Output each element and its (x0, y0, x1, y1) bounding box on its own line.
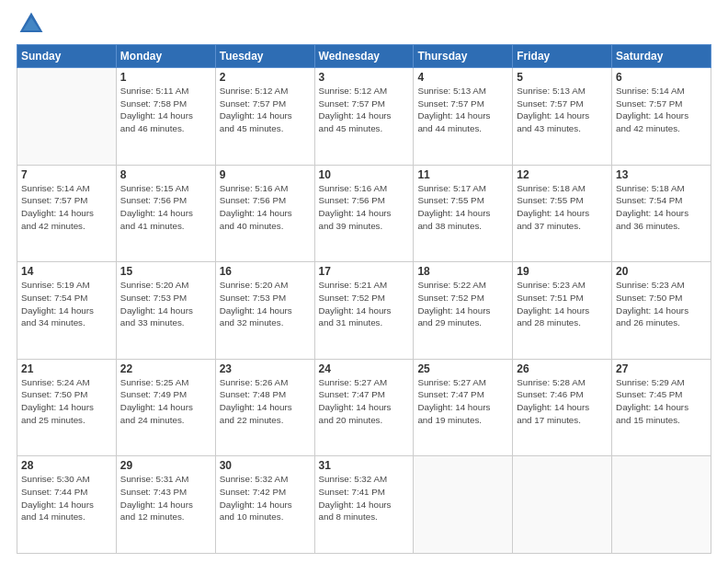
calendar-cell: 2Sunrise: 5:12 AM Sunset: 7:57 PM Daylig… (215, 68, 314, 166)
day-number: 25 (417, 362, 508, 375)
day-info: Sunrise: 5:28 AM Sunset: 7:46 PM Dayligh… (517, 376, 608, 427)
day-number: 28 (21, 459, 112, 472)
weekday-header-tuesday: Tuesday (215, 45, 314, 68)
day-number: 26 (517, 362, 608, 375)
calendar-cell: 18Sunrise: 5:22 AM Sunset: 7:52 PM Dayli… (414, 262, 513, 360)
calendar-cell: 11Sunrise: 5:17 AM Sunset: 7:55 PM Dayli… (414, 165, 513, 262)
calendar-cell: 26Sunrise: 5:28 AM Sunset: 7:46 PM Dayli… (513, 359, 612, 456)
day-info: Sunrise: 5:17 AM Sunset: 7:55 PM Dayligh… (417, 182, 508, 233)
day-info: Sunrise: 5:14 AM Sunset: 7:57 PM Dayligh… (616, 85, 707, 135)
day-number: 14 (21, 265, 112, 278)
calendar-cell: 7Sunrise: 5:14 AM Sunset: 7:57 PM Daylig… (17, 165, 117, 262)
day-number: 17 (319, 265, 410, 278)
day-info: Sunrise: 5:29 AM Sunset: 7:45 PM Dayligh… (616, 376, 707, 427)
day-info: Sunrise: 5:18 AM Sunset: 7:55 PM Dayligh… (517, 182, 608, 233)
header (17, 9, 711, 39)
calendar-cell: 3Sunrise: 5:12 AM Sunset: 7:57 PM Daylig… (314, 68, 414, 166)
day-number: 5 (517, 71, 608, 84)
calendar-cell: 23Sunrise: 5:26 AM Sunset: 7:48 PM Dayli… (215, 359, 314, 456)
day-number: 19 (517, 265, 608, 278)
day-number: 7 (21, 168, 112, 181)
day-info: Sunrise: 5:25 AM Sunset: 7:49 PM Dayligh… (120, 376, 211, 427)
day-number: 15 (120, 265, 211, 278)
day-number: 1 (120, 71, 211, 84)
page: SundayMondayTuesdayWednesdayThursdayFrid… (0, 0, 728, 563)
calendar-cell: 25Sunrise: 5:27 AM Sunset: 7:47 PM Dayli… (414, 359, 513, 456)
calendar-cell: 28Sunrise: 5:30 AM Sunset: 7:44 PM Dayli… (17, 456, 117, 554)
calendar-cell: 29Sunrise: 5:31 AM Sunset: 7:43 PM Dayli… (116, 456, 215, 554)
calendar-cell: 21Sunrise: 5:24 AM Sunset: 7:50 PM Dayli… (17, 359, 117, 456)
day-info: Sunrise: 5:21 AM Sunset: 7:52 PM Dayligh… (319, 279, 410, 329)
calendar-cell: 8Sunrise: 5:15 AM Sunset: 7:56 PM Daylig… (116, 165, 215, 262)
calendar-cell (17, 68, 117, 166)
day-number: 11 (417, 168, 508, 181)
day-number: 21 (21, 362, 112, 375)
day-info: Sunrise: 5:16 AM Sunset: 7:56 PM Dayligh… (319, 182, 410, 233)
day-info: Sunrise: 5:23 AM Sunset: 7:51 PM Dayligh… (517, 279, 608, 329)
day-number: 10 (319, 168, 410, 181)
day-info: Sunrise: 5:27 AM Sunset: 7:47 PM Dayligh… (417, 376, 508, 427)
day-info: Sunrise: 5:13 AM Sunset: 7:57 PM Dayligh… (417, 85, 508, 135)
day-info: Sunrise: 5:32 AM Sunset: 7:41 PM Dayligh… (319, 473, 410, 523)
weekday-header-saturday: Saturday (612, 45, 711, 68)
day-info: Sunrise: 5:32 AM Sunset: 7:42 PM Dayligh… (220, 473, 311, 523)
logo (17, 9, 50, 39)
day-info: Sunrise: 5:24 AM Sunset: 7:50 PM Dayligh… (21, 376, 112, 427)
day-number: 20 (616, 265, 707, 278)
calendar-cell: 17Sunrise: 5:21 AM Sunset: 7:52 PM Dayli… (314, 262, 414, 360)
calendar-cell: 5Sunrise: 5:13 AM Sunset: 7:57 PM Daylig… (513, 68, 612, 166)
day-number: 22 (120, 362, 211, 375)
day-number: 31 (319, 459, 410, 472)
calendar-cell: 30Sunrise: 5:32 AM Sunset: 7:42 PM Dayli… (215, 456, 314, 554)
day-number: 18 (417, 265, 508, 278)
calendar-cell: 24Sunrise: 5:27 AM Sunset: 7:47 PM Dayli… (314, 359, 414, 456)
calendar: SundayMondayTuesdayWednesdayThursdayFrid… (17, 44, 711, 554)
calendar-cell: 10Sunrise: 5:16 AM Sunset: 7:56 PM Dayli… (314, 165, 414, 262)
weekday-header-thursday: Thursday (414, 45, 513, 68)
day-number: 30 (220, 459, 311, 472)
day-info: Sunrise: 5:26 AM Sunset: 7:48 PM Dayligh… (220, 376, 311, 427)
day-info: Sunrise: 5:11 AM Sunset: 7:58 PM Dayligh… (120, 85, 211, 135)
calendar-cell: 9Sunrise: 5:16 AM Sunset: 7:56 PM Daylig… (215, 165, 314, 262)
day-info: Sunrise: 5:12 AM Sunset: 7:57 PM Dayligh… (319, 85, 410, 135)
day-info: Sunrise: 5:20 AM Sunset: 7:53 PM Dayligh… (120, 279, 211, 329)
calendar-cell: 19Sunrise: 5:23 AM Sunset: 7:51 PM Dayli… (513, 262, 612, 360)
day-number: 2 (220, 71, 311, 84)
day-number: 24 (319, 362, 410, 375)
calendar-cell: 22Sunrise: 5:25 AM Sunset: 7:49 PM Dayli… (116, 359, 215, 456)
day-number: 27 (616, 362, 707, 375)
calendar-cell: 4Sunrise: 5:13 AM Sunset: 7:57 PM Daylig… (414, 68, 513, 166)
weekday-header-sunday: Sunday (17, 45, 117, 68)
calendar-cell: 14Sunrise: 5:19 AM Sunset: 7:54 PM Dayli… (17, 262, 117, 360)
day-info: Sunrise: 5:18 AM Sunset: 7:54 PM Dayligh… (616, 182, 707, 233)
day-info: Sunrise: 5:30 AM Sunset: 7:44 PM Dayligh… (21, 473, 112, 523)
day-number: 4 (417, 71, 508, 84)
day-number: 9 (220, 168, 311, 181)
day-number: 23 (220, 362, 311, 375)
day-info: Sunrise: 5:13 AM Sunset: 7:57 PM Dayligh… (517, 85, 608, 135)
calendar-cell (612, 456, 711, 554)
logo-icon (17, 9, 46, 39)
calendar-cell (513, 456, 612, 554)
week-row-1: 7Sunrise: 5:14 AM Sunset: 7:57 PM Daylig… (17, 165, 711, 262)
calendar-cell (414, 456, 513, 554)
calendar-cell: 27Sunrise: 5:29 AM Sunset: 7:45 PM Dayli… (612, 359, 711, 456)
day-number: 13 (616, 168, 707, 181)
calendar-cell: 16Sunrise: 5:20 AM Sunset: 7:53 PM Dayli… (215, 262, 314, 360)
day-info: Sunrise: 5:19 AM Sunset: 7:54 PM Dayligh… (21, 279, 112, 329)
day-number: 16 (220, 265, 311, 278)
calendar-cell: 6Sunrise: 5:14 AM Sunset: 7:57 PM Daylig… (612, 68, 711, 166)
weekday-header-wednesday: Wednesday (314, 45, 414, 68)
calendar-cell: 31Sunrise: 5:32 AM Sunset: 7:41 PM Dayli… (314, 456, 414, 554)
calendar-cell: 1Sunrise: 5:11 AM Sunset: 7:58 PM Daylig… (116, 68, 215, 166)
day-info: Sunrise: 5:14 AM Sunset: 7:57 PM Dayligh… (21, 182, 112, 233)
week-row-2: 14Sunrise: 5:19 AM Sunset: 7:54 PM Dayli… (17, 262, 711, 360)
day-info: Sunrise: 5:20 AM Sunset: 7:53 PM Dayligh… (220, 279, 311, 329)
calendar-cell: 13Sunrise: 5:18 AM Sunset: 7:54 PM Dayli… (612, 165, 711, 262)
calendar-cell: 20Sunrise: 5:23 AM Sunset: 7:50 PM Dayli… (612, 262, 711, 360)
day-info: Sunrise: 5:27 AM Sunset: 7:47 PM Dayligh… (319, 376, 410, 427)
day-info: Sunrise: 5:12 AM Sunset: 7:57 PM Dayligh… (220, 85, 311, 135)
day-info: Sunrise: 5:15 AM Sunset: 7:56 PM Dayligh… (120, 182, 211, 233)
weekday-header-row: SundayMondayTuesdayWednesdayThursdayFrid… (17, 45, 711, 68)
day-number: 8 (120, 168, 211, 181)
